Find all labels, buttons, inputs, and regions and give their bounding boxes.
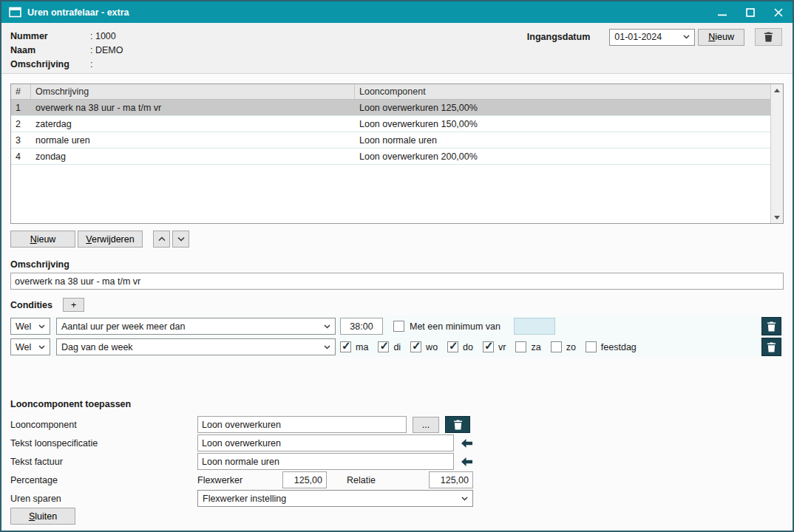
day-checkbox-vr[interactable] <box>483 341 494 352</box>
nieuw-header-button[interactable]: Nieuw <box>698 29 744 46</box>
move-down-button[interactable] <box>172 231 189 248</box>
day-checkbox-zo[interactable] <box>551 341 562 352</box>
column-header-looncomponent[interactable]: Looncomponent <box>355 84 770 99</box>
naam-label: Naam <box>10 44 90 58</box>
day-checkbox-wo[interactable] <box>410 341 421 352</box>
condition-mode-select[interactable]: Wel <box>10 338 50 355</box>
dialog-footer: Sluiten <box>10 508 784 525</box>
dialog-window: Uren ontrafelaar - extra Nummer : 1000 N… <box>0 0 794 532</box>
condition-type-value: Aantal uur per week meer dan <box>61 321 185 332</box>
verwijderen-button[interactable]: Verwijderen <box>78 231 143 248</box>
table-actions: Nieuw Verwijderen <box>10 231 784 248</box>
relatie-label: Relatie <box>347 475 429 485</box>
cell-looncomponent: Loon normale uren <box>355 132 770 148</box>
chevron-down-icon <box>683 35 690 39</box>
percentage-label: Percentage <box>10 475 197 485</box>
trash-icon <box>767 342 776 352</box>
minimum-input[interactable] <box>514 318 555 335</box>
tekst-factuur-input[interactable] <box>197 453 454 470</box>
close-button[interactable] <box>772 6 785 19</box>
day-checkbox-za[interactable] <box>515 341 526 352</box>
delete-condition-button[interactable] <box>761 338 781 356</box>
column-header-num[interactable]: # <box>11 84 31 99</box>
table-row[interactable]: 1 overwerk na 38 uur - ma t/m vr Loon ov… <box>11 100 770 116</box>
nieuw-button[interactable]: Nieuw <box>10 231 75 248</box>
record-header: Nummer : 1000 Naam : DEMO Omschrijving :… <box>1 23 793 74</box>
looncomponent-section: Looncomponent toepassen Looncomponent ..… <box>10 399 784 508</box>
condition-mode-select[interactable]: Wel <box>10 318 50 335</box>
flexwerker-percentage-input[interactable] <box>282 471 327 488</box>
day-item: do <box>447 341 478 352</box>
delete-condition-button[interactable] <box>761 317 781 335</box>
trash-icon <box>764 32 773 42</box>
delete-looncomponent-button[interactable] <box>445 416 470 433</box>
day-label: di <box>393 342 401 352</box>
minimum-label: Met een minimum van <box>410 321 501 332</box>
day-checkbox-do[interactable] <box>447 341 458 352</box>
browse-button[interactable]: ... <box>413 417 439 433</box>
flexwerker-label: Flexwerker <box>197 475 282 485</box>
chevron-down-icon <box>461 497 468 501</box>
delete-header-button[interactable] <box>755 28 782 46</box>
ingangsdatum-select[interactable]: 01-01-2024 <box>609 29 695 46</box>
table-row[interactable]: 4 zondag Loon overwerkuren 200,00% <box>11 149 770 165</box>
tekst-loonspecificatie-input[interactable] <box>197 434 454 451</box>
day-checkbox-feestdag[interactable] <box>586 341 597 352</box>
tekst-loonspecificatie-label: Tekst loonspecificatie <box>10 438 197 449</box>
scroll-up-button[interactable] <box>771 84 783 96</box>
condition-mode-value: Wel <box>16 321 31 332</box>
tekst-factuur-label: Tekst factuur <box>10 457 197 467</box>
table-row[interactable]: 3 normale uren Loon normale uren <box>11 132 770 149</box>
condition-row: Wel Dag van de week ma di wo do <box>10 337 784 357</box>
cell-looncomponent: Loon overwerkuren 125,00% <box>355 100 770 115</box>
ingangsdatum-value: 01-01-2024 <box>614 32 662 42</box>
uren-sparen-select[interactable]: Flexwerker instelling <box>197 490 473 507</box>
table-row[interactable]: 2 zaterdag Loon overwerkuren 150,00% <box>11 116 770 132</box>
table-scrollbar[interactable] <box>770 84 783 223</box>
hours-threshold-input[interactable] <box>340 318 383 335</box>
naam-value: : DEMO <box>90 44 123 58</box>
column-header-omschrijving[interactable]: Omschrijving <box>31 84 355 99</box>
minimum-checkbox[interactable] <box>393 321 404 332</box>
table-header: # Omschrijving Looncomponent <box>11 84 770 100</box>
day-label: zo <box>566 342 576 352</box>
condition-type-select[interactable]: Dag van de week <box>56 338 336 355</box>
trash-icon <box>453 420 463 430</box>
day-item: feestdag <box>586 341 642 352</box>
omschrijving-input[interactable] <box>10 273 784 290</box>
sluiten-button[interactable]: Sluiten <box>10 508 75 525</box>
day-item: di <box>378 341 406 352</box>
app-icon <box>9 7 21 18</box>
day-checkbox-ma[interactable] <box>340 341 351 352</box>
day-label: do <box>463 342 473 352</box>
chevron-up-icon <box>158 236 166 242</box>
omschrijving-label: Omschrijving <box>10 259 784 270</box>
scroll-down-button[interactable] <box>771 211 783 223</box>
looncomponent-input[interactable] <box>197 416 407 433</box>
day-label: feestdag <box>601 342 637 352</box>
relatie-percentage-input[interactable] <box>429 471 473 488</box>
day-checkbox-di[interactable] <box>378 341 389 352</box>
cell-looncomponent: Loon overwerkuren 150,00% <box>355 116 770 132</box>
chevron-down-icon <box>324 324 330 329</box>
condition-mode-value: Wel <box>16 342 31 352</box>
condition-type-select[interactable]: Aantal uur per week meer dan <box>56 318 336 335</box>
cell-omschrijving: zondag <box>31 149 355 164</box>
copy-text-button[interactable] <box>458 454 475 470</box>
day-label: wo <box>426 342 438 352</box>
copy-text-button[interactable] <box>458 435 475 451</box>
uren-sparen-label: Uren sparen <box>10 494 197 504</box>
move-up-button[interactable] <box>153 231 170 248</box>
arrow-left-icon <box>461 439 472 448</box>
minimize-button[interactable] <box>716 6 729 19</box>
chevron-down-icon <box>38 345 45 349</box>
looncomponent-section-title: Looncomponent toepassen <box>10 399 784 409</box>
add-condition-button[interactable]: + <box>63 298 84 312</box>
ingangsdatum-label: Ingangsdatum <box>527 32 590 42</box>
day-item: wo <box>410 341 443 352</box>
maximize-button[interactable] <box>744 6 757 19</box>
omschrijving-header-value: : <box>90 58 92 72</box>
day-item: ma <box>340 341 373 352</box>
condities-label: Condities <box>10 300 52 310</box>
day-label: vr <box>498 342 506 352</box>
